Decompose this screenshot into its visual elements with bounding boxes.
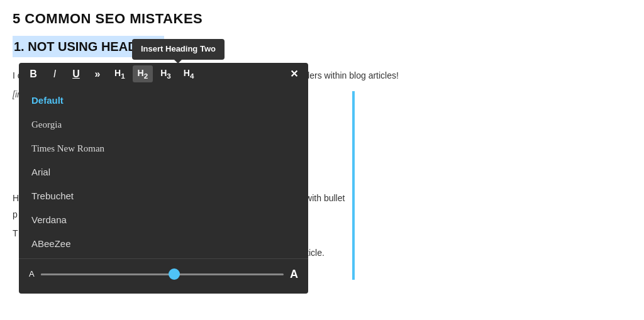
underline-button[interactable]: U (67, 66, 86, 82)
font-panel: Insert Heading Two B I U » H1 H2 H3 H4 ✕… (19, 63, 308, 294)
font-item-trebuchet[interactable]: Trebuchet (19, 184, 308, 208)
font-item-default[interactable]: Default (19, 89, 308, 113)
slider-fill (41, 273, 174, 275)
tooltip: Insert Heading Two (132, 39, 225, 60)
font-size-slider[interactable] (41, 273, 284, 275)
h4-button[interactable]: H4 (179, 65, 199, 82)
font-item-abeezee[interactable]: ABeeZee (19, 232, 308, 256)
size-label-large: A (290, 265, 298, 284)
font-item-georgia[interactable]: Georgia (19, 113, 308, 136)
size-label-small: A (29, 268, 35, 281)
font-item-verdana[interactable]: Verdana (19, 208, 308, 232)
scroll-indicator (352, 91, 355, 280)
font-item-times[interactable]: Times New Roman (19, 136, 308, 160)
toolbar: B I U » H1 H2 H3 H4 ✕ (19, 63, 308, 85)
h3-button[interactable]: H3 (155, 65, 176, 82)
quote-button[interactable]: » (88, 66, 107, 82)
italic-button[interactable]: I (45, 66, 64, 82)
content-area: 5 COMMON SEO MISTAKES 1. NOT USING HEADE… (0, 0, 644, 270)
close-button[interactable]: ✕ (284, 65, 303, 82)
bold-button[interactable]: B (24, 66, 43, 82)
slider-thumb[interactable] (169, 268, 180, 280)
font-item-arial[interactable]: Arial (19, 160, 308, 184)
h1-button[interactable]: H1 (109, 65, 130, 82)
tooltip-text: Insert Heading Two (141, 44, 216, 53)
h2-button[interactable]: H2 (133, 65, 153, 82)
page-main-title: 5 COMMON SEO MISTAKES (13, 8, 631, 30)
font-size-row: A A (19, 258, 308, 290)
font-dropdown: Default Georgia Times New Roman Arial Tr… (19, 85, 308, 294)
